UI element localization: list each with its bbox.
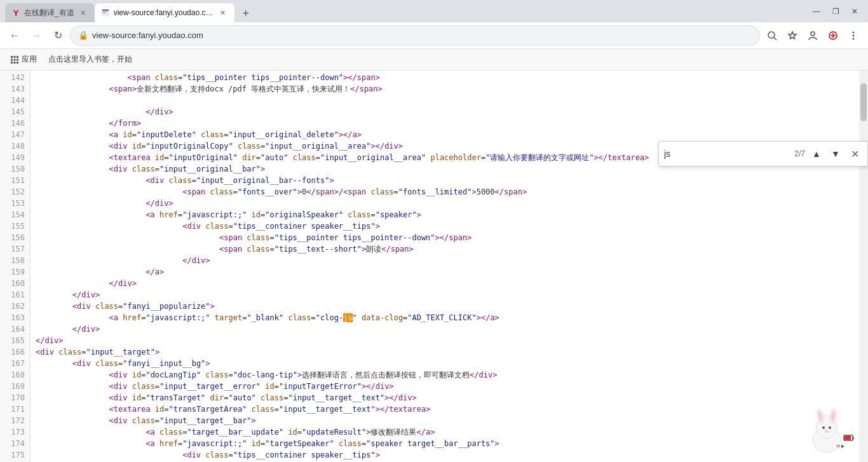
svg-rect-22 xyxy=(17,62,18,64)
source-line: <div class="input__target"> xyxy=(36,346,859,358)
line-number: 154 xyxy=(0,209,30,221)
svg-rect-16 xyxy=(17,56,18,58)
tab-youdao[interactable]: Y 在线翻译_有道 ✕ xyxy=(5,3,95,22)
source-view: 2/7 ▲ ▼ ✕ 142143144145146147148149150151… xyxy=(0,71,868,462)
svg-point-7 xyxy=(811,32,815,36)
find-close-button[interactable]: ✕ xyxy=(847,146,862,161)
svg-rect-21 xyxy=(14,62,16,64)
source-content: <span class="tips__pointer tips__pointer… xyxy=(31,71,859,462)
source-line: </div> xyxy=(36,198,859,209)
line-number: 157 xyxy=(0,243,30,255)
line-number: 143 xyxy=(0,83,30,95)
line-number: 161 xyxy=(0,289,30,301)
back-button[interactable]: ← xyxy=(5,26,24,45)
line-number: 168 xyxy=(0,369,30,381)
source-line: </div> xyxy=(36,323,859,335)
source-line: <span class="fonts__over">0</span>/<span… xyxy=(36,186,859,198)
line-number: 151 xyxy=(0,175,30,186)
svg-point-31 xyxy=(825,430,829,433)
menu-icon[interactable] xyxy=(844,26,863,45)
tab-bar: Y 在线翻译_有道 ✕ view-source:fanyi.youdao.com… xyxy=(5,0,803,22)
bookmark-apps[interactable]: 应用 xyxy=(5,51,42,67)
scrollbar[interactable] xyxy=(859,71,868,462)
svg-point-29 xyxy=(822,426,825,429)
tab-youdao-title: 在线翻译_有道 xyxy=(24,8,74,18)
line-number: 172 xyxy=(0,415,30,426)
line-number: 156 xyxy=(0,232,30,243)
source-line: <div class="fanyi__popularize"> xyxy=(36,301,859,312)
source-line: </div> xyxy=(36,335,859,346)
find-input[interactable] xyxy=(664,149,790,159)
source-line: <a href="javascript:;" id="targetSpeaker… xyxy=(36,438,859,449)
line-number: 175 xyxy=(0,449,30,461)
line-number: 155 xyxy=(0,221,30,232)
svg-point-4 xyxy=(768,32,775,38)
source-line: <div class="input__target__error" id="in… xyxy=(36,381,859,392)
source-line: <div class="input__target__bar"> xyxy=(36,415,859,426)
bookmark-import-label: 点击这里导入书签，开始 xyxy=(48,54,132,65)
svg-line-5 xyxy=(774,37,776,40)
find-next-button[interactable]: ▼ xyxy=(828,146,843,161)
svg-marker-6 xyxy=(789,32,796,39)
close-button[interactable]: ✕ xyxy=(846,3,863,20)
line-number: 159 xyxy=(0,266,30,278)
svg-rect-33 xyxy=(853,437,854,439)
scrollbar-thumb[interactable] xyxy=(860,83,867,121)
source-line: <a id="inputDelete" class="input__origin… xyxy=(36,129,859,140)
tab-youdao-favicon: Y xyxy=(11,8,20,17)
mascot-image: 中▶ xyxy=(798,398,855,456)
tab-source-close[interactable]: ✕ xyxy=(218,8,228,18)
line-number: 166 xyxy=(0,346,30,358)
source-line: </form> xyxy=(36,118,859,129)
search-icon[interactable] xyxy=(763,26,782,45)
line-number: 152 xyxy=(0,186,30,198)
source-line: <a href="javascript:;" target="_blank" c… xyxy=(36,312,859,323)
svg-rect-34 xyxy=(844,436,851,440)
new-tab-button[interactable]: + xyxy=(237,4,255,22)
bookmarks-bar: 应用 点击这里导入书签，开始 xyxy=(0,49,868,71)
security-icon: 🔒 xyxy=(78,31,88,40)
forward-button[interactable]: → xyxy=(27,26,46,45)
svg-rect-20 xyxy=(11,62,13,64)
svg-point-13 xyxy=(853,37,855,39)
source-line xyxy=(36,95,859,106)
nav-icons xyxy=(763,26,863,45)
browser-window: Y 在线翻译_有道 ✕ view-source:fanyi.youdao.com… xyxy=(0,0,868,462)
svg-text:中▶: 中▶ xyxy=(836,444,845,449)
line-number: 167 xyxy=(0,358,30,369)
account-icon[interactable] xyxy=(803,26,822,45)
tab-youdao-close[interactable]: ✕ xyxy=(78,8,88,18)
find-count: 2/7 xyxy=(794,149,805,158)
line-number: 150 xyxy=(0,163,30,175)
source-line: <span class="tips__text--short">朗读</span… xyxy=(36,243,859,255)
source-line: <div class="tips__container speaker__tip… xyxy=(36,449,859,461)
source-line: </a> xyxy=(36,266,859,278)
minimize-button[interactable]: — xyxy=(808,3,825,20)
svg-rect-15 xyxy=(14,56,16,58)
source-line: <span class="tips__pointer tips__pointer… xyxy=(36,72,859,83)
svg-rect-14 xyxy=(11,56,13,58)
tab-source[interactable]: view-source:fanyi.youdao.com ✕ xyxy=(95,3,234,22)
bookmark-import[interactable]: 点击这里导入书签，开始 xyxy=(43,51,137,67)
source-line: </div> xyxy=(36,106,859,118)
address-bar[interactable]: 🔒 view-source:fanyi.youdao.com xyxy=(70,25,760,46)
svg-rect-18 xyxy=(14,58,16,60)
maximize-button[interactable]: ❐ xyxy=(827,3,844,20)
source-line: <span>全新文档翻译，支持docx /pdf 等格式中英互译，快来试用！</… xyxy=(36,83,859,95)
line-number: 153 xyxy=(0,198,30,209)
source-line: <textarea id="transTargetArea" class="in… xyxy=(36,404,859,415)
line-number: 169 xyxy=(0,381,30,392)
line-number: 147 xyxy=(0,129,30,140)
line-number: 165 xyxy=(0,335,30,346)
extensions-icon[interactable] xyxy=(824,26,843,45)
find-prev-button[interactable]: ▲ xyxy=(809,146,824,161)
tab-source-favicon xyxy=(101,8,110,17)
source-line: <div class="fanyi__input__bg"> xyxy=(36,358,859,369)
line-number: 146 xyxy=(0,118,30,129)
source-line: <div class="input__original__bar--fonts"… xyxy=(36,175,859,186)
bookmark-star-icon[interactable] xyxy=(783,26,802,45)
source-line: <div id="transTarget" dir="auto" class="… xyxy=(36,392,859,404)
reload-button[interactable]: ↻ xyxy=(48,26,67,45)
tab-source-title: view-source:fanyi.youdao.com xyxy=(114,8,214,17)
source-line: <a href="javascript:;" id="originalSpeak… xyxy=(36,209,859,221)
